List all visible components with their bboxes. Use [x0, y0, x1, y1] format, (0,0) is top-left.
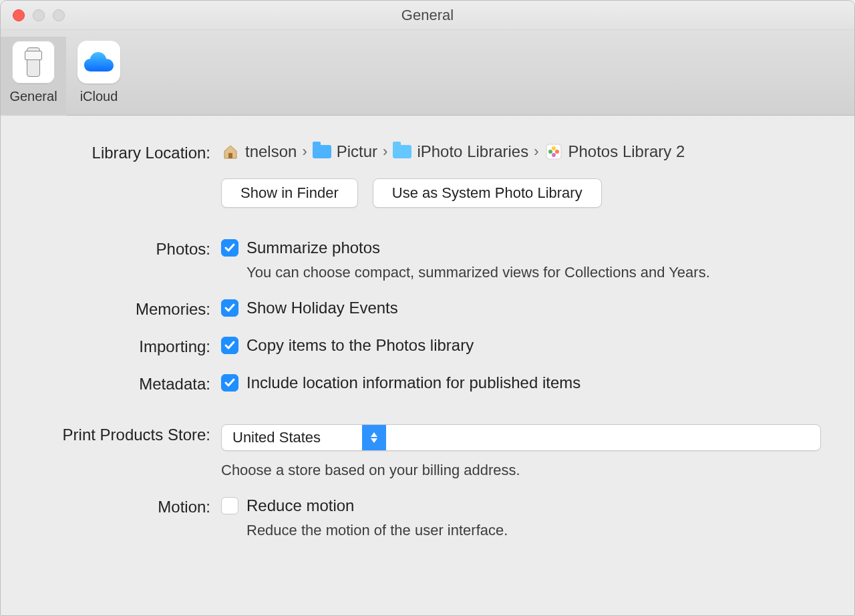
- chevron-right-icon: ›: [301, 143, 308, 160]
- label-library-location: Library Location:: [34, 142, 221, 162]
- titlebar: General: [1, 1, 854, 30]
- minimize-window-button[interactable]: [33, 9, 45, 21]
- window-title: General: [1, 7, 854, 24]
- home-icon: [221, 144, 240, 159]
- stepper-arrows-icon: [362, 425, 386, 450]
- close-window-button[interactable]: [13, 9, 25, 21]
- select-value: United States: [222, 425, 362, 450]
- icloud-icon: [77, 41, 120, 84]
- checkbox-label: Show Holiday Events: [246, 299, 398, 317]
- checkbox-copy-items[interactable]: [221, 337, 238, 354]
- tab-general-label: General: [9, 89, 57, 104]
- checkbox-label: Summarize photos: [246, 239, 380, 257]
- row-motion: Motion: Reduce motion Reduce the motion …: [34, 496, 821, 539]
- svg-point-5: [548, 150, 552, 154]
- label-motion: Motion:: [34, 496, 221, 516]
- folder-icon: [393, 144, 411, 159]
- photos-app-icon: [544, 144, 563, 159]
- breadcrumb-text: tnelson: [245, 142, 297, 161]
- show-in-finder-button[interactable]: Show in Finder: [221, 178, 358, 208]
- breadcrumb-item-home[interactable]: tnelson: [221, 142, 297, 161]
- row-memories: Memories: Show Holiday Events: [34, 299, 821, 319]
- row-importing: Importing: Copy items to the Photos libr…: [34, 336, 821, 356]
- use-as-system-photo-library-button[interactable]: Use as System Photo Library: [373, 178, 602, 208]
- motion-subtext: Reduce the motion of the user interface.: [246, 522, 821, 539]
- checkbox-label: Include location information for publish…: [246, 373, 580, 392]
- print-store-select[interactable]: United States: [221, 424, 821, 451]
- general-icon: [12, 41, 55, 84]
- svg-point-4: [552, 153, 556, 157]
- svg-point-2: [552, 146, 556, 150]
- preferences-toolbar: General iCloud: [1, 30, 854, 116]
- checkbox-include-location[interactable]: [221, 374, 238, 392]
- preferences-window: General General iCl: [0, 0, 855, 616]
- photos-subtext: You can choose compact, summarized views…: [246, 264, 821, 281]
- breadcrumb-item-pictures[interactable]: Pictur: [313, 142, 377, 161]
- row-library-location: Library Location: tnelson › Pictur ›: [34, 142, 821, 208]
- breadcrumb-text: Photos Library 2: [568, 142, 685, 161]
- svg-rect-0: [228, 153, 232, 158]
- breadcrumb-item-iphoto-libraries[interactable]: iPhoto Libraries: [393, 142, 528, 161]
- label-importing: Importing:: [34, 336, 221, 356]
- breadcrumb-text: iPhoto Libraries: [417, 142, 528, 161]
- checkbox-label: Reduce motion: [246, 496, 354, 515]
- breadcrumb-text: Pictur: [337, 142, 377, 161]
- label-memories: Memories:: [34, 299, 221, 319]
- row-photos: Photos: Summarize photos You can choose …: [34, 239, 821, 281]
- content-area: Library Location: tnelson › Pictur ›: [1, 116, 854, 583]
- breadcrumb: tnelson › Pictur › iPhoto Libraries ›: [221, 142, 821, 161]
- breadcrumb-item-photos-library[interactable]: Photos Library 2: [544, 142, 685, 161]
- row-metadata: Metadata: Include location information f…: [34, 373, 821, 394]
- tab-general[interactable]: General: [1, 37, 66, 116]
- tab-icloud[interactable]: iCloud: [66, 37, 132, 116]
- checkbox-label: Copy items to the Photos library: [246, 336, 474, 355]
- label-print-store: Print Products Store:: [34, 424, 221, 444]
- print-store-subtext: Choose a store based on your billing add…: [221, 462, 821, 479]
- checkbox-reduce-motion[interactable]: [221, 497, 238, 514]
- row-print-store: Print Products Store: United States Choo…: [34, 424, 821, 479]
- chevron-right-icon: ›: [532, 143, 540, 160]
- checkbox-summarize-photos[interactable]: [221, 239, 238, 257]
- chevron-right-icon: ›: [381, 143, 389, 160]
- folder-icon: [313, 144, 331, 159]
- label-photos: Photos:: [34, 239, 221, 259]
- svg-point-3: [555, 150, 559, 154]
- zoom-window-button[interactable]: [53, 9, 65, 21]
- label-metadata: Metadata:: [34, 373, 221, 394]
- checkbox-show-holiday-events[interactable]: [221, 299, 238, 317]
- window-controls: [13, 9, 65, 21]
- tab-icloud-label: iCloud: [80, 89, 118, 104]
